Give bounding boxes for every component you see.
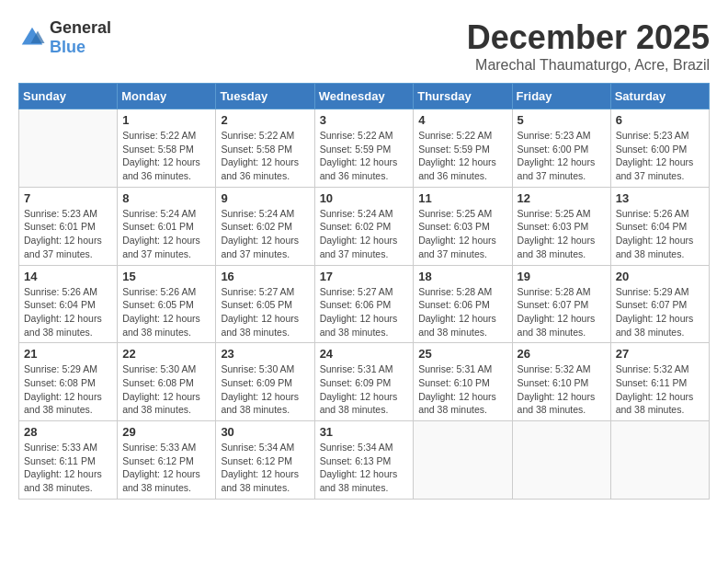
- calendar-day-cell: 24 Sunrise: 5:31 AMSunset: 6:09 PMDaylig…: [314, 343, 414, 421]
- calendar-day-cell: 13 Sunrise: 5:26 AMSunset: 6:04 PMDaylig…: [610, 187, 709, 265]
- day-number: 25: [418, 347, 506, 361]
- weekday-header-saturday: Saturday: [610, 84, 709, 109]
- calendar-day-cell: 11 Sunrise: 5:25 AMSunset: 6:03 PMDaylig…: [414, 187, 512, 265]
- day-info: Sunrise: 5:32 AMSunset: 6:10 PMDaylight:…: [518, 362, 606, 417]
- calendar-week-row: 21 Sunrise: 5:29 AMSunset: 6:08 PMDaylig…: [19, 343, 710, 421]
- calendar-day-cell: 2 Sunrise: 5:22 AMSunset: 5:58 PMDayligh…: [216, 109, 314, 188]
- day-number: 14: [24, 270, 112, 283]
- day-info: Sunrise: 5:32 AMSunset: 6:11 PMDaylight:…: [616, 362, 704, 417]
- day-info: Sunrise: 5:34 AMSunset: 6:12 PMDaylight:…: [221, 441, 309, 495]
- day-number: 24: [320, 347, 409, 361]
- calendar-day-cell: 14 Sunrise: 5:26 AMSunset: 6:04 PMDaylig…: [19, 265, 118, 343]
- calendar-day-cell: 9 Sunrise: 5:24 AMSunset: 6:02 PMDayligh…: [216, 187, 314, 265]
- calendar-week-row: 1 Sunrise: 5:22 AMSunset: 5:58 PMDayligh…: [19, 109, 710, 188]
- day-info: Sunrise: 5:26 AMSunset: 6:04 PMDaylight:…: [24, 285, 112, 339]
- calendar-day-cell: 26 Sunrise: 5:32 AMSunset: 6:10 PMDaylig…: [512, 343, 610, 421]
- day-info: Sunrise: 5:22 AMSunset: 5:59 PMDaylight:…: [320, 129, 409, 183]
- calendar-day-cell: [414, 421, 512, 500]
- day-number: 13: [616, 191, 704, 205]
- day-number: 7: [24, 191, 112, 205]
- weekday-header-thursday: Thursday: [414, 84, 512, 109]
- weekday-header-friday: Friday: [512, 84, 610, 109]
- day-number: 16: [221, 270, 309, 283]
- weekday-header-tuesday: Tuesday: [216, 84, 314, 109]
- weekday-header-monday: Monday: [118, 84, 216, 109]
- day-number: 20: [616, 270, 704, 283]
- day-info: Sunrise: 5:23 AMSunset: 6:00 PMDaylight:…: [518, 129, 606, 183]
- calendar-day-cell: 18 Sunrise: 5:28 AMSunset: 6:06 PMDaylig…: [414, 265, 512, 343]
- month-title: December 2025: [467, 18, 710, 57]
- day-number: 22: [122, 347, 210, 361]
- day-number: 5: [518, 113, 606, 127]
- day-number: 21: [24, 347, 112, 361]
- day-info: Sunrise: 5:24 AMSunset: 6:02 PMDaylight:…: [320, 207, 409, 261]
- day-number: 17: [320, 270, 409, 283]
- day-info: Sunrise: 5:27 AMSunset: 6:06 PMDaylight:…: [320, 285, 409, 339]
- calendar-day-cell: 3 Sunrise: 5:22 AMSunset: 5:59 PMDayligh…: [314, 109, 414, 188]
- day-info: Sunrise: 5:26 AMSunset: 6:04 PMDaylight:…: [616, 207, 704, 261]
- calendar-day-cell: 17 Sunrise: 5:27 AMSunset: 6:06 PMDaylig…: [314, 265, 414, 343]
- title-area: December 2025 Marechal Thaumaturgo, Acre…: [467, 18, 710, 74]
- calendar-day-cell: 31 Sunrise: 5:34 AMSunset: 6:13 PMDaylig…: [314, 421, 414, 500]
- day-number: 31: [320, 425, 409, 439]
- calendar-day-cell: 8 Sunrise: 5:24 AMSunset: 6:01 PMDayligh…: [118, 187, 216, 265]
- day-number: 2: [221, 113, 309, 127]
- day-info: Sunrise: 5:26 AMSunset: 6:05 PMDaylight:…: [122, 285, 210, 339]
- calendar-day-cell: 30 Sunrise: 5:34 AMSunset: 6:12 PMDaylig…: [216, 421, 314, 500]
- day-number: 15: [122, 270, 210, 283]
- day-info: Sunrise: 5:23 AMSunset: 6:00 PMDaylight:…: [616, 129, 704, 183]
- calendar-day-cell: 6 Sunrise: 5:23 AMSunset: 6:00 PMDayligh…: [610, 109, 709, 188]
- day-info: Sunrise: 5:30 AMSunset: 6:09 PMDaylight:…: [221, 362, 309, 417]
- location-title: Marechal Thaumaturgo, Acre, Brazil: [467, 57, 710, 74]
- calendar-day-cell: 28 Sunrise: 5:33 AMSunset: 6:11 PMDaylig…: [19, 421, 118, 500]
- calendar-day-cell: 22 Sunrise: 5:30 AMSunset: 6:08 PMDaylig…: [118, 343, 216, 421]
- calendar-day-cell: 27 Sunrise: 5:32 AMSunset: 6:11 PMDaylig…: [610, 343, 709, 421]
- day-number: 12: [518, 191, 606, 205]
- day-info: Sunrise: 5:24 AMSunset: 6:01 PMDaylight:…: [122, 207, 210, 261]
- day-number: 3: [320, 113, 409, 127]
- day-number: 1: [122, 113, 210, 127]
- day-number: 30: [221, 425, 309, 439]
- day-info: Sunrise: 5:31 AMSunset: 6:09 PMDaylight:…: [320, 362, 409, 417]
- day-number: 8: [122, 191, 210, 205]
- logo-blue-text: Blue: [50, 38, 85, 56]
- day-info: Sunrise: 5:34 AMSunset: 6:13 PMDaylight:…: [320, 441, 409, 495]
- weekday-header-wednesday: Wednesday: [314, 84, 414, 109]
- day-number: 9: [221, 191, 309, 205]
- calendar-day-cell: 12 Sunrise: 5:25 AMSunset: 6:03 PMDaylig…: [512, 187, 610, 265]
- day-info: Sunrise: 5:27 AMSunset: 6:05 PMDaylight:…: [221, 285, 309, 339]
- day-number: 4: [418, 113, 506, 127]
- calendar-day-cell: [512, 421, 610, 500]
- day-info: Sunrise: 5:22 AMSunset: 5:58 PMDaylight:…: [122, 129, 210, 183]
- page-header: General Blue December 2025 Marechal Thau…: [18, 18, 710, 74]
- day-number: 19: [518, 270, 606, 283]
- day-info: Sunrise: 5:23 AMSunset: 6:01 PMDaylight:…: [24, 207, 112, 261]
- weekday-header-row: SundayMondayTuesdayWednesdayThursdayFrid…: [19, 84, 710, 109]
- day-number: 26: [518, 347, 606, 361]
- calendar-day-cell: [610, 421, 709, 500]
- day-info: Sunrise: 5:25 AMSunset: 6:03 PMDaylight:…: [518, 207, 606, 261]
- day-number: 29: [122, 425, 210, 439]
- calendar-day-cell: 10 Sunrise: 5:24 AMSunset: 6:02 PMDaylig…: [314, 187, 414, 265]
- calendar-day-cell: 19 Sunrise: 5:28 AMSunset: 6:07 PMDaylig…: [512, 265, 610, 343]
- day-info: Sunrise: 5:22 AMSunset: 5:59 PMDaylight:…: [418, 129, 506, 183]
- calendar-day-cell: 25 Sunrise: 5:31 AMSunset: 6:10 PMDaylig…: [414, 343, 512, 421]
- logo-icon: [18, 24, 46, 52]
- calendar-day-cell: 16 Sunrise: 5:27 AMSunset: 6:05 PMDaylig…: [216, 265, 314, 343]
- day-number: 27: [616, 347, 704, 361]
- calendar-day-cell: 20 Sunrise: 5:29 AMSunset: 6:07 PMDaylig…: [610, 265, 709, 343]
- day-number: 18: [418, 270, 506, 283]
- calendar-week-row: 7 Sunrise: 5:23 AMSunset: 6:01 PMDayligh…: [19, 187, 710, 265]
- day-info: Sunrise: 5:24 AMSunset: 6:02 PMDaylight:…: [221, 207, 309, 261]
- calendar-week-row: 14 Sunrise: 5:26 AMSunset: 6:04 PMDaylig…: [19, 265, 710, 343]
- day-info: Sunrise: 5:30 AMSunset: 6:08 PMDaylight:…: [122, 362, 210, 417]
- calendar-table: SundayMondayTuesdayWednesdayThursdayFrid…: [18, 83, 710, 500]
- day-number: 28: [24, 425, 112, 439]
- calendar-day-cell: 4 Sunrise: 5:22 AMSunset: 5:59 PMDayligh…: [414, 109, 512, 188]
- logo-general-text: General: [50, 18, 111, 37]
- calendar-day-cell: 15 Sunrise: 5:26 AMSunset: 6:05 PMDaylig…: [118, 265, 216, 343]
- calendar-day-cell: 7 Sunrise: 5:23 AMSunset: 6:01 PMDayligh…: [19, 187, 118, 265]
- calendar-day-cell: 1 Sunrise: 5:22 AMSunset: 5:58 PMDayligh…: [118, 109, 216, 188]
- day-number: 11: [418, 191, 506, 205]
- calendar-day-cell: 21 Sunrise: 5:29 AMSunset: 6:08 PMDaylig…: [19, 343, 118, 421]
